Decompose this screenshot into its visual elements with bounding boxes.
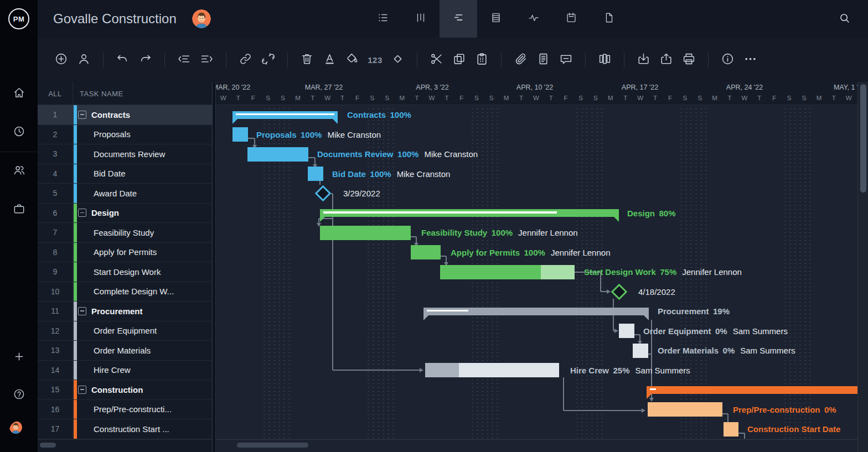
comments-button[interactable] bbox=[555, 48, 577, 72]
task-bar[interactable] bbox=[411, 245, 441, 259]
tab-sheet-view[interactable] bbox=[477, 0, 515, 38]
gantt-hscroll-thumb[interactable] bbox=[237, 443, 308, 448]
task-bar[interactable] bbox=[247, 147, 308, 162]
task-bar[interactable] bbox=[724, 422, 738, 437]
timeline-day-letter: F bbox=[350, 95, 365, 101]
column-header-all[interactable]: ALL bbox=[38, 82, 73, 105]
task-bar-progress bbox=[247, 147, 308, 162]
collapse-icon[interactable] bbox=[78, 209, 86, 217]
table-row[interactable]: 13Order Materials bbox=[38, 341, 212, 361]
table-row[interactable]: 6Design bbox=[38, 204, 212, 224]
print-button[interactable] bbox=[678, 48, 700, 72]
timeline-day-letter: T bbox=[335, 95, 350, 101]
import-button[interactable] bbox=[632, 48, 655, 72]
task-bar[interactable] bbox=[232, 127, 248, 142]
attachments-button[interactable] bbox=[509, 48, 532, 72]
undo-button[interactable] bbox=[111, 48, 134, 72]
sidebar-item-profile[interactable] bbox=[0, 418, 38, 443]
table-row[interactable]: 3Documents Review bbox=[38, 144, 212, 164]
gantt-vscroll-thumb[interactable] bbox=[860, 84, 866, 193]
timeline-day-letter: F bbox=[246, 95, 261, 101]
table-row[interactable]: 15Construction bbox=[38, 380, 212, 400]
table-row[interactable]: 7Feasibility Study bbox=[38, 223, 212, 243]
sidebar-item-timesheets[interactable] bbox=[0, 120, 38, 145]
cut-button[interactable] bbox=[425, 48, 448, 72]
table-row[interactable]: 1Contracts bbox=[38, 105, 212, 125]
unlink-tasks-button[interactable] bbox=[257, 48, 280, 72]
task-name: Complete Design W... bbox=[94, 287, 174, 296]
table-row[interactable]: 14Hire Crew bbox=[38, 361, 212, 381]
add-task-button[interactable] bbox=[50, 48, 73, 72]
summary-end-right bbox=[333, 119, 338, 124]
tab-board-view[interactable] bbox=[402, 0, 440, 38]
table-row[interactable]: 4Bid Date bbox=[38, 164, 212, 184]
table-row[interactable]: 10Complete Design W... bbox=[38, 282, 212, 302]
table-row[interactable]: 9Start Design Work bbox=[38, 262, 212, 282]
bar-label: Order Materials 0%Sam Summers bbox=[658, 345, 795, 357]
outdent-task-button[interactable] bbox=[173, 48, 195, 72]
collapse-icon[interactable] bbox=[78, 386, 86, 394]
tab-activity-view[interactable] bbox=[515, 0, 552, 38]
panel-resize-divider[interactable] bbox=[212, 82, 216, 452]
summary-bar[interactable] bbox=[320, 209, 619, 217]
more-options-button[interactable] bbox=[739, 48, 762, 72]
table-row[interactable]: 8Apply for Permits bbox=[38, 243, 212, 263]
redo-button[interactable] bbox=[134, 48, 157, 72]
summary-bar[interactable] bbox=[232, 111, 338, 119]
sidebar-item-help[interactable] bbox=[0, 382, 38, 408]
link-tasks-button[interactable] bbox=[234, 48, 257, 72]
column-header-task-name[interactable]: TASK NAME bbox=[80, 82, 123, 105]
assign-people-button[interactable] bbox=[73, 48, 95, 72]
task-bar[interactable] bbox=[633, 344, 648, 358]
number-format-button[interactable]: 123 bbox=[364, 48, 386, 72]
bar-task-name: Contracts 100% bbox=[347, 110, 411, 120]
sidebar-item-projects[interactable] bbox=[0, 197, 38, 222]
sidebar-item-home[interactable] bbox=[0, 81, 38, 106]
dependency-line bbox=[416, 237, 417, 243]
tab-list-view[interactable] bbox=[364, 0, 402, 38]
export-button[interactable] bbox=[655, 48, 678, 72]
table-row[interactable]: 2Proposals bbox=[38, 125, 212, 145]
task-bar[interactable] bbox=[619, 324, 634, 338]
milestone-diamond[interactable] bbox=[314, 185, 331, 202]
row-color-stripe bbox=[74, 419, 77, 439]
table-row[interactable]: 17Construction Start ... bbox=[38, 419, 212, 439]
paste-button[interactable] bbox=[471, 48, 493, 72]
task-name-text: Hire Crew bbox=[94, 365, 131, 375]
info-button[interactable] bbox=[716, 48, 739, 72]
task-bar[interactable] bbox=[440, 265, 575, 279]
columns-button[interactable] bbox=[593, 48, 616, 72]
summary-bar[interactable] bbox=[647, 386, 857, 394]
tab-calendar-view[interactable] bbox=[552, 0, 590, 38]
collapse-icon[interactable] bbox=[78, 307, 86, 315]
tab-docs-view[interactable] bbox=[590, 0, 628, 38]
copy-button[interactable] bbox=[448, 48, 471, 72]
app-logo-block[interactable]: PM bbox=[0, 0, 38, 38]
sidebar-item-team[interactable] bbox=[0, 158, 38, 184]
notes-button[interactable] bbox=[532, 48, 555, 72]
search-button[interactable] bbox=[831, 0, 857, 38]
milestone-diamond[interactable] bbox=[611, 283, 627, 300]
summary-bar[interactable] bbox=[423, 308, 649, 315]
table-row[interactable]: 11Procurement bbox=[38, 302, 212, 321]
delete-task-button[interactable] bbox=[296, 48, 318, 72]
collapse-icon[interactable] bbox=[78, 111, 86, 119]
task-bar[interactable] bbox=[648, 402, 722, 417]
table-row[interactable]: 12Order Equipment bbox=[38, 321, 212, 341]
tab-gantt-view[interactable] bbox=[440, 0, 477, 38]
indent-task-button[interactable] bbox=[195, 48, 218, 72]
task-bar[interactable] bbox=[308, 167, 323, 181]
milestone-button[interactable] bbox=[386, 48, 409, 72]
sidebar-item-add-new[interactable] bbox=[0, 345, 38, 370]
task-name-text: Construction Start ... bbox=[94, 424, 169, 434]
task-list-hscroll-thumb[interactable] bbox=[40, 443, 56, 448]
task-bar[interactable] bbox=[320, 226, 411, 240]
timeline-day-letter: M bbox=[707, 95, 722, 101]
table-row[interactable]: 16Prep/Pre-constructi... bbox=[38, 400, 212, 420]
task-bar[interactable] bbox=[425, 363, 559, 377]
table-row[interactable]: 5Award Date bbox=[38, 184, 212, 204]
project-owner-avatar[interactable] bbox=[192, 9, 211, 28]
font-color-button[interactable] bbox=[318, 48, 341, 72]
fill-color-button[interactable] bbox=[341, 48, 364, 72]
help-icon bbox=[13, 388, 25, 403]
